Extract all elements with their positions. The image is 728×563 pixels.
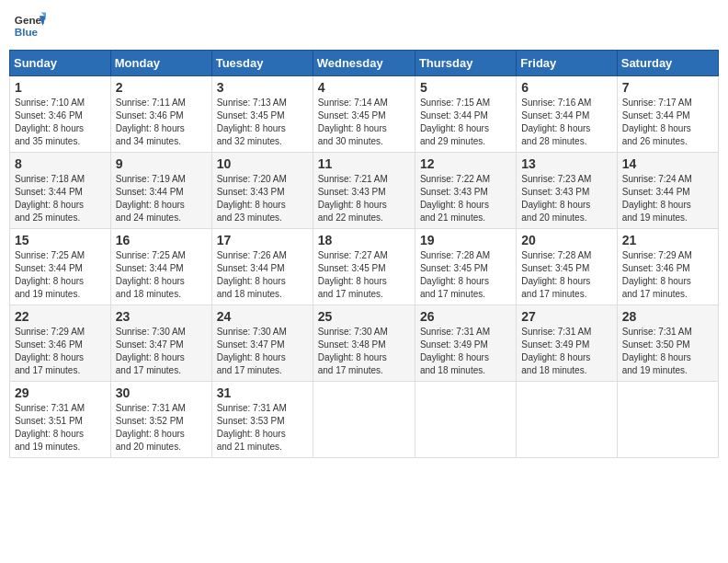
calendar-cell: 30Sunrise: 7:31 AM Sunset: 3:52 PM Dayli… [110, 382, 211, 458]
calendar-cell [517, 382, 617, 458]
day-number: 21 [622, 233, 713, 247]
day-header-saturday: Saturday [617, 51, 718, 76]
day-number: 25 [318, 309, 410, 324]
day-info: Sunrise: 7:16 AM Sunset: 3:44 PM Dayligh… [521, 97, 611, 148]
day-info: Sunrise: 7:17 AM Sunset: 3:44 PM Dayligh… [622, 97, 713, 148]
day-info: Sunrise: 7:26 AM Sunset: 3:44 PM Dayligh… [217, 249, 308, 301]
day-number: 17 [217, 233, 308, 247]
calendar-cell: 29Sunrise: 7:31 AM Sunset: 3:51 PM Dayli… [10, 382, 111, 458]
calendar-cell: 18Sunrise: 7:27 AM Sunset: 3:45 PM Dayli… [313, 229, 415, 305]
day-info: Sunrise: 7:13 AM Sunset: 3:45 PM Dayligh… [217, 97, 308, 148]
calendar-week-4: 22Sunrise: 7:29 AM Sunset: 3:46 PM Dayli… [10, 305, 719, 382]
day-info: Sunrise: 7:27 AM Sunset: 3:45 PM Dayligh… [318, 249, 410, 301]
day-number: 3 [217, 80, 308, 95]
day-number: 5 [420, 80, 511, 95]
day-info: Sunrise: 7:31 AM Sunset: 3:51 PM Dayligh… [15, 402, 106, 454]
day-number: 20 [521, 233, 611, 247]
calendar-cell: 24Sunrise: 7:30 AM Sunset: 3:47 PM Dayli… [211, 305, 313, 382]
calendar-week-3: 15Sunrise: 7:25 AM Sunset: 3:44 PM Dayli… [10, 229, 719, 305]
calendar-week-5: 29Sunrise: 7:31 AM Sunset: 3:51 PM Dayli… [10, 382, 719, 458]
day-info: Sunrise: 7:11 AM Sunset: 3:46 PM Dayligh… [116, 97, 207, 148]
logo-icon: General Blue [13, 9, 46, 42]
day-info: Sunrise: 7:31 AM Sunset: 3:53 PM Dayligh… [217, 402, 308, 454]
day-number: 2 [116, 80, 207, 95]
day-number: 23 [116, 309, 207, 324]
day-header-friday: Friday [517, 51, 617, 76]
day-info: Sunrise: 7:31 AM Sunset: 3:52 PM Dayligh… [116, 402, 207, 454]
day-info: Sunrise: 7:10 AM Sunset: 3:46 PM Dayligh… [15, 97, 106, 148]
calendar-cell: 14Sunrise: 7:24 AM Sunset: 3:44 PM Dayli… [617, 153, 718, 229]
calendar-cell: 19Sunrise: 7:28 AM Sunset: 3:45 PM Dayli… [415, 229, 516, 305]
day-info: Sunrise: 7:25 AM Sunset: 3:44 PM Dayligh… [15, 249, 106, 301]
day-header-thursday: Thursday [415, 51, 516, 76]
logo: General Blue [13, 9, 46, 42]
day-info: Sunrise: 7:18 AM Sunset: 3:44 PM Dayligh… [15, 173, 106, 224]
day-header-wednesday: Wednesday [313, 51, 415, 76]
calendar-cell: 8Sunrise: 7:18 AM Sunset: 3:44 PM Daylig… [10, 153, 111, 229]
calendar-week-1: 1Sunrise: 7:10 AM Sunset: 3:46 PM Daylig… [10, 76, 719, 153]
day-number: 31 [217, 385, 308, 400]
day-number: 10 [217, 156, 308, 171]
calendar-table: SundayMondayTuesdayWednesdayThursdayFrid… [9, 50, 719, 458]
calendar-cell: 10Sunrise: 7:20 AM Sunset: 3:43 PM Dayli… [211, 153, 313, 229]
calendar-cell: 1Sunrise: 7:10 AM Sunset: 3:46 PM Daylig… [10, 76, 111, 153]
calendar-body: 1Sunrise: 7:10 AM Sunset: 3:46 PM Daylig… [10, 76, 719, 458]
day-info: Sunrise: 7:14 AM Sunset: 3:45 PM Dayligh… [318, 97, 410, 148]
day-info: Sunrise: 7:25 AM Sunset: 3:44 PM Dayligh… [116, 249, 207, 301]
day-number: 19 [420, 233, 511, 247]
day-number: 27 [521, 309, 611, 324]
day-info: Sunrise: 7:31 AM Sunset: 3:50 PM Dayligh… [622, 326, 713, 377]
calendar-cell: 25Sunrise: 7:30 AM Sunset: 3:48 PM Dayli… [313, 305, 415, 382]
calendar-cell [617, 382, 718, 458]
day-number: 12 [420, 156, 511, 171]
calendar-cell: 28Sunrise: 7:31 AM Sunset: 3:50 PM Dayli… [617, 305, 718, 382]
day-number: 15 [15, 233, 106, 247]
calendar-cell: 12Sunrise: 7:22 AM Sunset: 3:43 PM Dayli… [415, 153, 516, 229]
calendar-cell: 27Sunrise: 7:31 AM Sunset: 3:49 PM Dayli… [517, 305, 617, 382]
day-info: Sunrise: 7:31 AM Sunset: 3:49 PM Dayligh… [420, 326, 511, 377]
day-info: Sunrise: 7:28 AM Sunset: 3:45 PM Dayligh… [521, 249, 611, 301]
calendar-cell: 5Sunrise: 7:15 AM Sunset: 3:44 PM Daylig… [415, 76, 516, 153]
day-info: Sunrise: 7:31 AM Sunset: 3:49 PM Dayligh… [521, 326, 611, 377]
calendar-cell: 13Sunrise: 7:23 AM Sunset: 3:43 PM Dayli… [517, 153, 617, 229]
day-number: 4 [318, 80, 410, 95]
day-info: Sunrise: 7:30 AM Sunset: 3:48 PM Dayligh… [318, 326, 410, 377]
calendar-cell [313, 382, 415, 458]
day-info: Sunrise: 7:15 AM Sunset: 3:44 PM Dayligh… [420, 97, 511, 148]
day-number: 8 [15, 156, 106, 171]
day-header-sunday: Sunday [10, 51, 111, 76]
day-number: 6 [521, 80, 611, 95]
day-info: Sunrise: 7:21 AM Sunset: 3:43 PM Dayligh… [318, 173, 410, 224]
page-header: General Blue [9, 9, 719, 42]
day-info: Sunrise: 7:22 AM Sunset: 3:43 PM Dayligh… [420, 173, 511, 224]
day-number: 14 [622, 156, 713, 171]
day-info: Sunrise: 7:20 AM Sunset: 3:43 PM Dayligh… [217, 173, 308, 224]
calendar-cell: 20Sunrise: 7:28 AM Sunset: 3:45 PM Dayli… [517, 229, 617, 305]
calendar-cell: 3Sunrise: 7:13 AM Sunset: 3:45 PM Daylig… [211, 76, 313, 153]
day-number: 13 [521, 156, 611, 171]
calendar-cell: 4Sunrise: 7:14 AM Sunset: 3:45 PM Daylig… [313, 76, 415, 153]
day-info: Sunrise: 7:30 AM Sunset: 3:47 PM Dayligh… [116, 326, 207, 377]
day-info: Sunrise: 7:19 AM Sunset: 3:44 PM Dayligh… [116, 173, 207, 224]
calendar-cell: 15Sunrise: 7:25 AM Sunset: 3:44 PM Dayli… [10, 229, 111, 305]
day-number: 24 [217, 309, 308, 324]
day-info: Sunrise: 7:29 AM Sunset: 3:46 PM Dayligh… [15, 326, 106, 377]
day-info: Sunrise: 7:29 AM Sunset: 3:46 PM Dayligh… [622, 249, 713, 301]
calendar-cell: 7Sunrise: 7:17 AM Sunset: 3:44 PM Daylig… [617, 76, 718, 153]
day-number: 29 [15, 385, 106, 400]
day-number: 18 [318, 233, 410, 247]
day-header-monday: Monday [110, 51, 211, 76]
calendar-cell: 6Sunrise: 7:16 AM Sunset: 3:44 PM Daylig… [517, 76, 617, 153]
day-number: 22 [15, 309, 106, 324]
calendar-cell: 21Sunrise: 7:29 AM Sunset: 3:46 PM Dayli… [617, 229, 718, 305]
calendar-cell: 11Sunrise: 7:21 AM Sunset: 3:43 PM Dayli… [313, 153, 415, 229]
day-number: 7 [622, 80, 713, 95]
calendar-cell: 9Sunrise: 7:19 AM Sunset: 3:44 PM Daylig… [110, 153, 211, 229]
day-number: 1 [15, 80, 106, 95]
day-info: Sunrise: 7:30 AM Sunset: 3:47 PM Dayligh… [217, 326, 308, 377]
calendar-cell [415, 382, 516, 458]
calendar-cell: 31Sunrise: 7:31 AM Sunset: 3:53 PM Dayli… [211, 382, 313, 458]
day-number: 26 [420, 309, 511, 324]
calendar-cell: 26Sunrise: 7:31 AM Sunset: 3:49 PM Dayli… [415, 305, 516, 382]
day-info: Sunrise: 7:28 AM Sunset: 3:45 PM Dayligh… [420, 249, 511, 301]
